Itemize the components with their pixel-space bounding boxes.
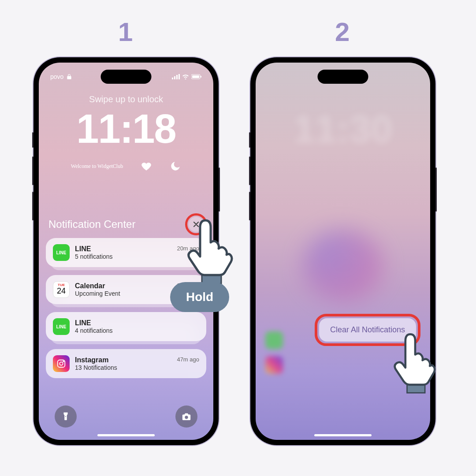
- phone-1: povo Swipe up to unlock 11:18 Welcome to…: [33, 57, 219, 445]
- notification-center-title: Notification Center: [48, 218, 135, 231]
- svg-rect-1: [174, 76, 175, 79]
- dynamic-island: [318, 70, 368, 84]
- notification-subtitle: Upcoming Event: [75, 290, 171, 297]
- notification-item[interactable]: Instagram 13 Notifications 47m ago: [46, 349, 206, 378]
- lock-screen-clock: 11:18: [39, 106, 213, 152]
- phone-2: 11:30 Clear All Notifications: [250, 57, 435, 445]
- svg-rect-2: [176, 75, 178, 79]
- notification-app-name: Calendar: [75, 282, 171, 290]
- notification-subtitle: 13 Notifications: [75, 364, 171, 371]
- svg-point-9: [63, 361, 64, 362]
- highlight-box: Clear All Notifications: [315, 314, 420, 346]
- svg-rect-5: [192, 75, 199, 78]
- step-number-1: 1: [118, 17, 133, 47]
- blurred-wallpaper-heart: [303, 230, 383, 301]
- blurred-instagram-icon: [265, 356, 283, 374]
- lock-screen-blurred[interactable]: 11:30 Clear All Notifications: [256, 63, 430, 440]
- camera-button[interactable]: [175, 405, 197, 428]
- step-number-2: 2: [335, 17, 350, 47]
- notification-subtitle: 4 notifications: [75, 327, 194, 334]
- home-indicator[interactable]: [314, 434, 372, 436]
- wifi-icon: [182, 74, 189, 79]
- camera-icon: [182, 412, 191, 421]
- battery-icon: [191, 74, 202, 79]
- carrier-label: povo: [50, 73, 63, 80]
- svg-point-8: [60, 362, 63, 365]
- line-app-icon: LINE: [53, 318, 70, 335]
- lock-screen-widgets[interactable]: Welcome to WidgetClub: [39, 160, 213, 172]
- blurred-clock: 11:30: [256, 107, 430, 152]
- clear-all-notifications-button[interactable]: Clear All Notifications: [319, 318, 416, 342]
- lock-icon: [66, 74, 72, 80]
- heart-icon[interactable]: [141, 160, 152, 172]
- notification-item[interactable]: LINE LINE 4 notifications: [46, 312, 206, 341]
- notification-app-name: Instagram: [75, 356, 171, 364]
- hold-gesture-label: Hold: [170, 282, 229, 312]
- svg-rect-0: [172, 78, 173, 79]
- widget-welcome-text: Welcome to WidgetClub: [71, 163, 123, 170]
- flashlight-button[interactable]: [55, 405, 77, 428]
- notification-time: 20m ago: [177, 245, 199, 252]
- svg-rect-3: [178, 74, 180, 79]
- instagram-app-icon: [53, 355, 70, 372]
- notification-item[interactable]: LINE LINE 5 notifications 20m ago: [46, 238, 206, 267]
- home-indicator[interactable]: [97, 434, 155, 436]
- signal-icon: [172, 74, 180, 79]
- notification-app-name: LINE: [75, 245, 171, 253]
- calendar-app-icon: TUE 24: [53, 281, 70, 298]
- moon-icon[interactable]: [170, 160, 181, 172]
- notification-time: 47m ago: [177, 356, 199, 363]
- clear-notifications-button[interactable]: [189, 217, 204, 232]
- notification-app-name: LINE: [75, 319, 194, 327]
- blurred-line-icon: [265, 331, 283, 349]
- svg-rect-6: [201, 76, 201, 78]
- lock-screen[interactable]: povo Swipe up to unlock 11:18 Welcome to…: [39, 63, 213, 440]
- close-icon: [193, 221, 199, 227]
- notification-subtitle: 5 notifications: [75, 253, 171, 260]
- flashlight-icon: [61, 412, 71, 421]
- line-app-icon: LINE: [53, 244, 70, 261]
- dynamic-island: [101, 70, 152, 84]
- swipe-up-hint: Swipe up to unlock: [39, 94, 213, 104]
